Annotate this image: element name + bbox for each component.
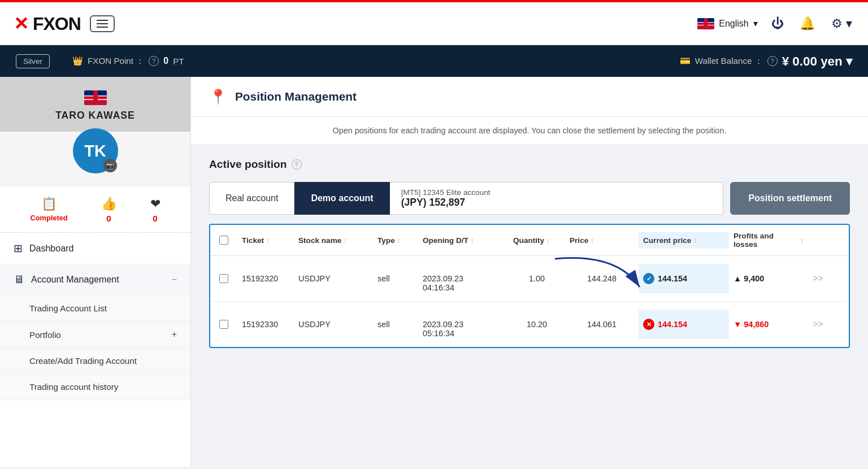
row1-opening-dt: 2023.09.23 04:16:34 <box>418 265 509 292</box>
language-label: English <box>719 19 748 29</box>
portfolio-label: Portfolio <box>29 330 61 340</box>
language-chevron-icon: ▾ <box>753 18 758 29</box>
hamburger-button[interactable] <box>90 15 115 32</box>
price-sort-icon[interactable]: ↕ <box>591 237 594 244</box>
camera-badge[interactable]: 📷 <box>103 159 117 172</box>
th-current-price-label: Current price <box>643 236 691 245</box>
fxon-point-value: 0 <box>163 56 168 66</box>
profits-sort-icon[interactable]: ↕ <box>800 237 804 244</box>
th-stock-name-label: Stock name <box>298 236 341 245</box>
row2-stock: USDJPY <box>294 320 373 329</box>
power-icon: ⏻ <box>771 16 784 31</box>
row2-ticket: 15192330 <box>237 320 294 329</box>
select-all-checkbox[interactable] <box>219 236 228 245</box>
th-quantity-label: Quantity <box>513 236 544 245</box>
real-account-tab[interactable]: Real account <box>209 182 294 215</box>
uk-flag-icon <box>697 18 714 29</box>
dashboard-icon: ⊞ <box>14 242 23 255</box>
fxon-point-unit: PT <box>173 57 184 66</box>
table-header: Ticket ↕ Stock name ↕ Type ↕ Opening D/T… <box>210 225 849 256</box>
th-opening-dt-label: Opening D/T <box>423 236 468 245</box>
wallet-icon: 💳 <box>680 56 691 66</box>
th-current-price: Current price ↕ <box>639 232 729 249</box>
wallet-label: Wallet Balance ： <box>695 55 763 67</box>
logo-x: ✕ <box>14 14 28 34</box>
settings-button[interactable]: ⚙ ▾ <box>829 14 854 33</box>
portfolio-add-icon[interactable]: + <box>172 329 177 340</box>
completed-label: Completed <box>30 214 67 222</box>
row2-checkbox[interactable] <box>219 320 228 329</box>
account-info-value: (JPY) 152,897 <box>401 197 712 209</box>
page-title: Position Management <box>235 90 357 103</box>
info-bar: Open positions for each trading account … <box>191 117 868 145</box>
page-title-bar: 📍 Position Management <box>191 77 868 117</box>
stock-sort-icon[interactable]: ↕ <box>344 237 347 244</box>
row1-expand-button[interactable]: >> <box>813 273 823 284</box>
fxon-point-item: 👑 FXON Point ： ? 0 PT <box>72 55 184 67</box>
ticket-sort-icon[interactable]: ↕ <box>266 237 270 244</box>
row2-checkbox-cell <box>210 320 237 329</box>
hamburger-line <box>97 27 108 28</box>
sub-nav-account: Trading Account List Portfolio + Create/… <box>0 296 190 400</box>
header-right: English ▾ ⏻ 🔔 ⚙ ▾ <box>697 14 854 33</box>
positions-table: Ticket ↕ Stock name ↕ Type ↕ Opening D/T… <box>209 224 850 348</box>
th-actions <box>808 232 836 249</box>
table-row: 15192320 USDJPY sell 2023.09.23 04:16:34… <box>210 256 849 302</box>
logo-area: ✕ FXON <box>14 13 115 34</box>
row1-ticket: 15192320 <box>237 274 294 283</box>
fxon-point-help-icon[interactable]: ? <box>149 56 159 66</box>
th-price: Price ↕ <box>565 232 639 249</box>
hamburger-line <box>97 23 108 24</box>
info-text: Open positions for each trading account … <box>333 126 727 135</box>
th-price-label: Price <box>570 236 588 245</box>
row2-current-price: ✕ 144.154 <box>639 310 729 339</box>
sidebar-item-dashboard[interactable]: ⊞ Dashboard <box>0 233 190 264</box>
current-price-sort-icon[interactable]: ↕ <box>693 237 697 244</box>
minus-icon: − <box>172 275 177 285</box>
tier-badge: Silver <box>16 54 50 68</box>
row1-checkbox[interactable] <box>219 274 228 283</box>
quantity-sort-icon[interactable]: ↕ <box>546 237 550 244</box>
row1-current-price-value: ✓ 144.154 <box>643 273 724 284</box>
power-button[interactable]: ⏻ <box>769 14 786 33</box>
row1-checkbox-cell <box>210 274 237 283</box>
row2-expand-button[interactable]: >> <box>813 319 823 329</box>
stat-favorites: ❤ 0 <box>150 196 160 223</box>
sidebar-item-create-account[interactable]: Create/Add Trading Account <box>0 348 190 374</box>
heart-icon: ❤ <box>150 196 160 211</box>
row1-type: sell <box>373 274 418 283</box>
hamburger-line <box>97 20 108 21</box>
demo-account-tab[interactable]: Demo account <box>294 182 389 215</box>
sub-header: Silver 👑 FXON Point ： ? 0 PT 💳 Wallet Ba… <box>0 45 868 77</box>
dashboard-label: Dashboard <box>29 244 73 254</box>
th-opening-dt: Opening D/T ↕ <box>418 232 509 249</box>
position-settlement-button[interactable]: Position settlement <box>730 182 850 215</box>
active-position-label: Active position <box>209 158 287 171</box>
logo-text: FXON <box>33 14 81 34</box>
row1-profit: ▲ 9,400 <box>729 274 808 283</box>
account-info-box: [MT5] 12345 Elite account (JPY) 152,897 <box>390 182 724 215</box>
type-sort-icon[interactable]: ↕ <box>397 237 401 244</box>
language-selector[interactable]: English ▾ <box>697 18 757 29</box>
opening-sort-icon[interactable]: ↕ <box>471 237 474 244</box>
notification-button[interactable]: 🔔 <box>797 14 818 33</box>
active-position-help-icon[interactable]: ? <box>292 159 302 170</box>
profile-flag-icon <box>84 90 107 105</box>
row2-quantity: 10.20 <box>509 320 565 329</box>
gear-icon: ⚙ <box>831 16 843 31</box>
sidebar-item-trading-history[interactable]: Trading account history <box>0 374 190 400</box>
th-checkbox <box>210 232 237 249</box>
sidebar-item-account-management[interactable]: 🖥 Account Management − <box>0 264 190 296</box>
table-row: 15192330 USDJPY sell 2023.09.23 05:16:34… <box>210 302 849 347</box>
sidebar: TARO KAWASE TK 📷 📋 Completed 👍 0 ❤ 0 ⊞ <box>0 77 191 467</box>
sidebar-item-trading-account-list[interactable]: Trading Account List <box>0 296 190 322</box>
account-management-icon: 🖥 <box>14 273 24 286</box>
sidebar-item-portfolio[interactable]: Portfolio + <box>0 322 190 348</box>
bell-icon: 🔔 <box>800 16 815 31</box>
wallet-chevron-icon: ▾ <box>846 54 852 68</box>
active-position-section: Active position ? Real account Demo acco… <box>191 145 868 362</box>
wallet-help-icon[interactable]: ? <box>767 56 778 66</box>
stat-completed: 📋 Completed <box>30 196 67 223</box>
row2-profit: ▼ 94,860 <box>729 320 808 329</box>
account-tabs-row: Real account Demo account [MT5] 12345 El… <box>209 182 850 215</box>
